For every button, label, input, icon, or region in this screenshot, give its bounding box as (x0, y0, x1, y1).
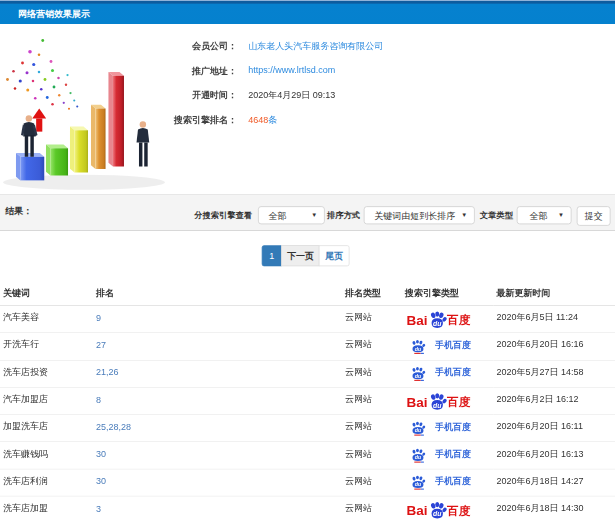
svg-text:du: du (433, 510, 442, 517)
svg-text:du: du (433, 401, 442, 408)
svg-text:du: du (415, 455, 422, 461)
svg-text:du: du (415, 427, 422, 433)
svg-text:du: du (415, 373, 422, 379)
svg-text:du: du (415, 346, 422, 352)
svg-text:du: du (433, 320, 442, 327)
svg-text:du: du (415, 482, 422, 488)
